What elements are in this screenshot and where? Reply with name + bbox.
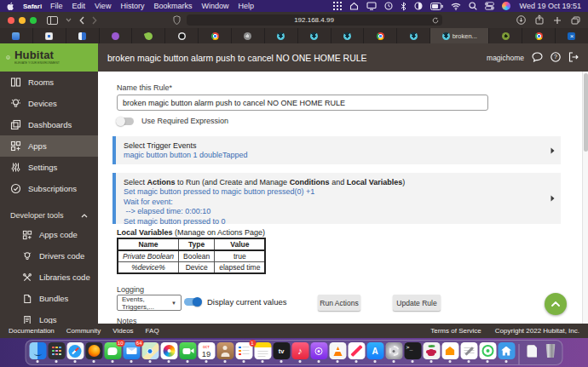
dock-app-terminal[interactable]: >_ (404, 342, 422, 363)
tab[interactable] (397, 28, 429, 43)
siri-icon[interactable] (502, 2, 510, 10)
tab[interactable] (556, 28, 588, 43)
footer-link-videos[interactable]: Videos (112, 327, 133, 335)
home-status-icon[interactable] (349, 2, 359, 10)
dock-app-maps[interactable] (141, 342, 159, 363)
dock-app-tv[interactable]: tv (273, 342, 291, 363)
sidebar-item-rooms[interactable]: Rooms (0, 72, 98, 93)
clock-status-icon[interactable] (384, 2, 393, 10)
share-icon[interactable] (535, 13, 544, 28)
display-status-icon[interactable] (366, 2, 377, 10)
sidebar-item-subscriptions[interactable]: Subscriptions (0, 178, 98, 199)
focus-status-icon[interactable] (414, 2, 423, 10)
dock-app-contacts[interactable] (216, 342, 234, 363)
menu-bookmarks[interactable]: Bookmarks (153, 2, 192, 10)
tab[interactable] (364, 28, 396, 43)
battery-icon[interactable] (430, 3, 443, 10)
dock-app-textedit[interactable] (460, 342, 478, 363)
dock-app-news[interactable] (348, 342, 366, 363)
dock-app-safari[interactable] (66, 342, 84, 363)
run-actions-button[interactable]: Run Actions (318, 295, 360, 311)
trigger-events-section[interactable]: Select Trigger Events magic button butto… (112, 136, 561, 164)
tab[interactable] (33, 28, 66, 43)
menu-file[interactable]: File (50, 2, 63, 10)
privacy-shield-icon[interactable] (173, 13, 181, 28)
apple-menu-icon[interactable] (7, 2, 14, 11)
new-tab-icon[interactable] (553, 13, 562, 28)
dock-app-notes[interactable] (254, 342, 272, 363)
tab[interactable] (199, 28, 231, 43)
menu-help[interactable]: Help (238, 2, 254, 10)
expand-arrow-icon[interactable] (551, 195, 555, 202)
dock-app-firefox[interactable] (85, 342, 103, 363)
back-button[interactable] (79, 16, 84, 25)
tab[interactable] (522, 28, 555, 43)
tab[interactable] (489, 28, 522, 43)
footer-link-documentation[interactable]: Documentation (9, 327, 55, 335)
dock-app-messages[interactable]: 10 (104, 342, 122, 363)
sidebar-item-bundles[interactable]: Bundles (0, 288, 98, 309)
trigger-event-link[interactable]: magic button button 1 doubleTapped (124, 151, 545, 161)
sidebar-item-drivers-code[interactable]: Drivers code (0, 245, 98, 267)
tab[interactable] (298, 28, 331, 43)
dock-app-reminders[interactable]: 1 (235, 342, 253, 363)
tab[interactable] (0, 28, 32, 43)
sidebar-item-libraries-code[interactable]: Libraries code (0, 267, 98, 288)
sidebar-chevron-icon[interactable] (66, 18, 72, 22)
sidebar-toggle-icon[interactable] (47, 16, 58, 25)
dock-app-settings[interactable] (385, 342, 403, 363)
tab[interactable] (331, 28, 364, 43)
dock-app-calendar[interactable]: OCT19 (198, 342, 216, 363)
sidebar-item-dashboards[interactable]: Dashboards (0, 114, 98, 135)
username[interactable]: magichome (487, 54, 524, 62)
dock-app-homeassistant[interactable] (498, 342, 516, 363)
dock-app-photos[interactable] (160, 342, 178, 363)
menu-history[interactable]: History (120, 2, 144, 10)
sidebar-item-settings[interactable]: Settings (0, 157, 98, 178)
grid-status-icon[interactable] (333, 2, 342, 10)
menubar-clock[interactable]: Wed 19 Oct 19:51 (520, 2, 581, 10)
scroll-to-top-button[interactable] (545, 293, 567, 315)
dock-app-facetime[interactable] (179, 342, 197, 363)
dock-app-music[interactable]: ♪ (291, 342, 309, 363)
action-line[interactable]: Wait for event: (124, 198, 545, 208)
dock-app-launchpad[interactable] (48, 342, 66, 363)
logging-select[interactable]: Events, Triggers,... ▼ (117, 295, 182, 311)
action-line[interactable]: --> elapsed time: 0:00:10 (124, 207, 545, 217)
tab[interactable] (66, 28, 99, 43)
menu-view[interactable]: View (95, 2, 111, 10)
search-icon[interactable] (469, 2, 477, 10)
footer-link-faq[interactable]: FAQ (146, 327, 159, 335)
dock-app-findmy[interactable] (479, 342, 497, 363)
bluetooth-icon[interactable] (401, 2, 406, 11)
action-line[interactable]: Set magic button pressed to magic button… (124, 187, 545, 198)
actions-section[interactable]: Select Actions to Run (and Create and Ma… (112, 173, 561, 224)
footer-link-community[interactable]: Community (66, 327, 101, 335)
page-scrollbar[interactable] (582, 72, 588, 324)
wifi-icon[interactable] (451, 3, 461, 10)
reload-icon[interactable] (432, 17, 439, 26)
dock-app-downloads[interactable] (523, 342, 541, 363)
dock-app-home[interactable] (441, 342, 459, 363)
devtools-header[interactable]: Developer tools (0, 207, 98, 224)
menu-edit[interactable]: Edit (72, 2, 86, 10)
close-window-button[interactable] (8, 17, 14, 24)
forward-button[interactable] (92, 16, 97, 25)
expand-arrow-icon[interactable] (551, 147, 555, 154)
scrollbar-thumb[interactable] (584, 73, 588, 152)
tab-overview-icon[interactable] (571, 13, 580, 28)
sidebar-item-apps-code[interactable]: Apps code (0, 224, 98, 245)
rule-name-input[interactable] (117, 95, 488, 111)
tab[interactable] (132, 28, 164, 43)
control-center-icon[interactable] (485, 2, 494, 10)
minimize-window-button[interactable] (19, 17, 26, 24)
menu-window[interactable]: Window (201, 2, 228, 10)
terms-of-service-link[interactable]: Terms of Service (430, 327, 481, 335)
required-expression-toggle[interactable] (117, 118, 134, 125)
tab[interactable] (265, 28, 297, 43)
dock-app-vnc[interactable] (423, 342, 441, 363)
sidebar-item-devices[interactable]: Devices (0, 93, 98, 114)
tab-active[interactable]: broken... (430, 28, 488, 43)
hubitat-logo[interactable]: Hubitat ELEVATE YOUR ENVIRONMENT (0, 43, 98, 72)
zoom-window-button[interactable] (30, 17, 37, 24)
